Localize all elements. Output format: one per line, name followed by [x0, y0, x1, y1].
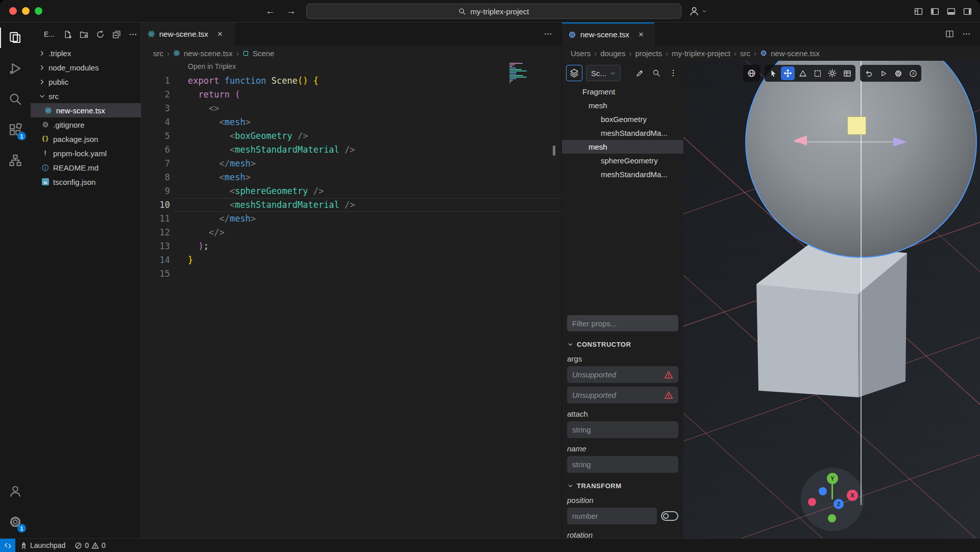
minimap[interactable]	[509, 63, 536, 86]
file-item-node_modules[interactable]: node_modules	[31, 60, 141, 75]
scene-node-boxGeometry[interactable]: boxGeometry	[562, 112, 683, 126]
tab-close-icon[interactable]: ×	[217, 29, 223, 39]
scale-tool-icon[interactable]	[811, 66, 824, 80]
z-axis-ball[interactable]: Z	[834, 499, 844, 509]
breadcrumb-item[interactable]: src	[740, 49, 750, 58]
remote-indicator[interactable]	[0, 539, 15, 552]
toggle-secondary-sidebar-icon[interactable]	[963, 7, 972, 16]
breadcrumb-item[interactable]: Users	[571, 49, 591, 58]
file-item-package.json[interactable]: {}package.json	[31, 132, 141, 146]
activity-run-debug[interactable]	[0, 53, 31, 84]
prop-input-name[interactable]: string	[567, 456, 678, 473]
code-line-11[interactable]: 11 </mesh>	[141, 212, 561, 226]
scene-node-meshStandardMa...[interactable]: meshStandardMa...	[562, 126, 683, 140]
breadcrumb-item[interactable]: douges	[600, 49, 625, 58]
code-line-14[interactable]: 14}	[141, 253, 561, 267]
activity-extensions[interactable]: 1	[0, 114, 31, 145]
file-item-src[interactable]: src	[31, 89, 141, 103]
file-item-.gitignore[interactable]: .gitignore	[31, 117, 141, 132]
back-button[interactable]: ←	[265, 6, 275, 17]
command-center-search[interactable]: my-triplex-project	[306, 4, 681, 19]
refresh-icon[interactable]	[96, 30, 105, 39]
code-line-5[interactable]: 5 <boxGeometry />	[141, 129, 561, 143]
toggle-primary-sidebar-icon[interactable]	[930, 7, 939, 16]
tab-close-icon[interactable]: ×	[639, 30, 644, 40]
gizmo-center-handle[interactable]	[847, 116, 866, 135]
x-axis-ball[interactable]: X	[847, 490, 858, 501]
layers-button[interactable]	[566, 65, 582, 81]
translate-tool-icon[interactable]	[781, 66, 795, 80]
viewport-3d[interactable]: ? Y X Z	[683, 61, 980, 538]
orientation-gizmo[interactable]: Y X Z	[801, 468, 864, 531]
neg-z-axis-ball[interactable]	[819, 487, 827, 495]
scene-node-mesh[interactable]: mesh	[562, 99, 683, 112]
split-editor-icon[interactable]	[945, 30, 954, 38]
editor-more-actions-icon[interactable]	[544, 30, 552, 38]
prop-input-args[interactable]: Unsupported	[567, 387, 678, 403]
account-icon[interactable]	[689, 6, 699, 16]
file-item-README.md[interactable]: README.md	[31, 160, 141, 175]
code-line-12[interactable]: 12 </>	[141, 226, 561, 239]
code-line-1[interactable]: 1export function Scene() {	[141, 74, 561, 88]
open-in-editor-icon[interactable]	[633, 67, 646, 79]
code-line-3[interactable]: 3 <>	[141, 102, 561, 115]
undo-icon[interactable]	[862, 66, 875, 80]
sun-icon[interactable]	[825, 66, 839, 80]
breadcrumb-item[interactable]: my-triplex-project	[672, 49, 730, 58]
settings-gear-icon[interactable]	[891, 66, 905, 80]
kebab-menu-icon[interactable]	[667, 67, 679, 79]
section-header-transform[interactable]: TRANSFORM	[567, 482, 678, 490]
forward-button[interactable]: →	[286, 6, 296, 17]
code-line-4[interactable]: 4 <mesh>	[141, 115, 561, 129]
code-line-10[interactable]: 10 <meshStandardMaterial />	[141, 198, 561, 212]
section-header-constructor[interactable]: CONSTRUCTOR	[567, 341, 678, 348]
breadcrumb-item[interactable]: new-scene.tsx	[184, 49, 233, 58]
new-file-icon[interactable]	[63, 30, 72, 39]
play-icon[interactable]	[876, 66, 890, 80]
scene-node-sphereGeometry[interactable]: sphereGeometry	[562, 154, 683, 167]
code-line-7[interactable]: 7 </mesh>	[141, 157, 561, 171]
scene-select[interactable]: Sc...	[586, 65, 621, 81]
accounts-icon[interactable]	[0, 476, 31, 507]
prop-input-position[interactable]: number	[567, 508, 657, 524]
customize-layout-icon[interactable]	[914, 7, 923, 16]
tab-triplex-new-scene[interactable]: new-scene.tsx ×	[562, 22, 654, 45]
breadcrumb-item[interactable]: src	[153, 49, 163, 58]
code-line-13[interactable]: 13 );	[141, 239, 561, 253]
tab-new-scene-tsx[interactable]: new-scene.tsx ×	[141, 22, 234, 45]
breadcrumb-item[interactable]: projects	[635, 49, 662, 58]
scene-node-Fragment[interactable]: Fragment	[562, 85, 683, 99]
scene-node-mesh[interactable]: mesh	[562, 140, 683, 154]
breadcrumb-item[interactable]: Scene	[253, 49, 275, 58]
new-folder-icon[interactable]	[80, 30, 88, 39]
gizmo-x-handle[interactable]	[793, 135, 807, 146]
problems-status[interactable]: 0 0	[70, 539, 110, 552]
activity-search[interactable]	[0, 84, 31, 114]
help-icon[interactable]: ?	[906, 66, 920, 80]
code-line-8[interactable]: 8 <mesh>	[141, 171, 561, 184]
search-icon[interactable]	[650, 67, 663, 79]
close-window-button[interactable]	[9, 7, 17, 15]
rotate-tool-icon[interactable]	[796, 66, 810, 80]
file-item-new-scene.tsx[interactable]: new-scene.tsx	[31, 103, 141, 117]
collapse-folders-icon[interactable]	[112, 30, 121, 39]
open-in-triplex-codelens[interactable]: Open in Triplex	[188, 62, 236, 70]
y-axis-ball[interactable]: Y	[827, 473, 838, 484]
settings-gear-icon[interactable]: 1	[0, 507, 31, 537]
scene-node-meshStandardMa...[interactable]: meshStandardMa...	[562, 167, 683, 181]
code-line-9[interactable]: 9 <sphereGeometry />	[141, 184, 561, 198]
more-actions-icon[interactable]	[129, 30, 137, 39]
activity-hierarchy[interactable]	[0, 145, 31, 176]
breadcrumb-item[interactable]: new-scene.tsx	[771, 49, 820, 58]
file-item-pnpm-lock.yaml[interactable]: !pnpm-lock.yaml	[31, 146, 141, 160]
filter-props-input[interactable]	[567, 315, 678, 331]
more-actions-icon[interactable]	[962, 30, 971, 38]
minimize-window-button[interactable]	[22, 7, 30, 15]
toggle-panel-icon[interactable]	[947, 7, 955, 16]
grid-view-icon[interactable]	[840, 66, 854, 80]
neg-x-axis-ball[interactable]	[808, 498, 816, 506]
code-editor[interactable]: Open in Triplex 1export function Scene()…	[141, 61, 561, 538]
globe-icon[interactable]	[745, 66, 758, 80]
code-line-6[interactable]: 6 <meshStandardMaterial />	[141, 143, 561, 157]
file-item-.triplex[interactable]: .triplex	[31, 46, 141, 60]
